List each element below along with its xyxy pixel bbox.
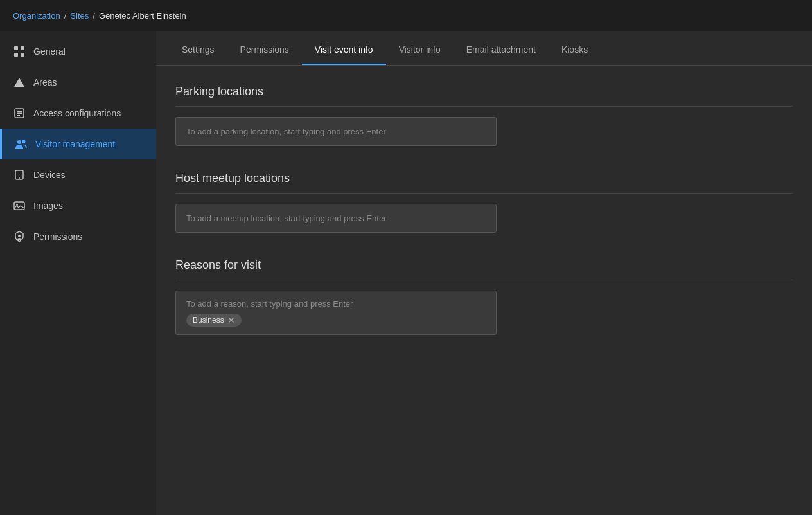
meetup-divider — [175, 193, 793, 194]
parking-divider — [175, 106, 793, 107]
main-content: Parking locations To add a parking locat… — [156, 66, 812, 515]
tag-business: Business ✕ — [186, 314, 242, 327]
sidebar-item-devices[interactable]: Devices — [0, 159, 156, 190]
breadcrumb-sep2: / — [93, 11, 95, 21]
images-icon — [13, 199, 26, 212]
svg-rect-7 — [17, 113, 22, 114]
reasons-input-placeholder: To add a reason, start typing and press … — [186, 299, 486, 309]
svg-rect-3 — [21, 53, 24, 57]
svg-rect-6 — [17, 111, 22, 113]
tab-kiosks[interactable]: Kiosks — [549, 35, 601, 65]
parking-locations-title: Parking locations — [175, 85, 793, 98]
svg-point-15 — [18, 235, 21, 237]
svg-marker-4 — [14, 78, 24, 87]
svg-point-12 — [19, 177, 20, 179]
reasons-title: Reasons for visit — [175, 258, 793, 272]
tab-visitor-info[interactable]: Visitor info — [386, 35, 454, 65]
reasons-divider — [175, 280, 793, 280]
tab-settings[interactable]: Settings — [169, 35, 227, 65]
tab-email-attachment[interactable]: Email attachment — [454, 35, 549, 65]
tag-business-label: Business — [193, 316, 224, 325]
tab-visit-event-info[interactable]: Visit event info — [302, 35, 386, 65]
breadcrumb: Organization / Sites / Genetec Albert Ei… — [13, 11, 186, 21]
sidebar-item-general[interactable]: General — [0, 36, 156, 67]
access-icon — [13, 107, 26, 120]
tab-permissions[interactable]: Permissions — [227, 35, 302, 65]
svg-rect-13 — [14, 202, 24, 210]
reasons-field[interactable]: To add a reason, start typing and press … — [175, 291, 497, 335]
svg-rect-2 — [14, 53, 18, 57]
areas-icon — [13, 76, 26, 89]
svg-point-9 — [17, 140, 21, 144]
sidebar-label-permissions: Permissions — [33, 231, 82, 242]
sidebar-item-images[interactable]: Images — [0, 190, 156, 221]
svg-point-10 — [22, 140, 26, 143]
visitor-icon — [15, 138, 28, 150]
grid-icon — [13, 45, 26, 58]
breadcrumb-sep1: / — [64, 11, 67, 21]
sidebar-item-permissions[interactable]: Permissions — [0, 221, 156, 252]
parking-locations-section: Parking locations To add a parking locat… — [175, 85, 793, 146]
breadcrumb-current: Genetec Albert Einstein — [99, 11, 186, 21]
sidebar-label-areas: Areas — [33, 77, 57, 87]
parking-input[interactable]: To add a parking location, start typing … — [175, 117, 497, 146]
devices-icon — [13, 168, 26, 181]
meetup-locations-section: Host meetup locations To add a meetup lo… — [175, 172, 793, 233]
svg-rect-0 — [14, 46, 18, 50]
sidebar-item-areas[interactable]: Areas — [0, 67, 156, 98]
breadcrumb-sites[interactable]: Sites — [70, 11, 89, 21]
permissions-icon — [13, 230, 26, 243]
tag-business-remove[interactable]: ✕ — [227, 316, 235, 325]
sidebar-item-access-configurations[interactable]: Access configurations — [0, 98, 156, 129]
meetup-input[interactable]: To add a meetup location, start typing a… — [175, 204, 497, 233]
svg-point-14 — [16, 204, 18, 206]
sidebar-label-access-configurations: Access configurations — [33, 108, 121, 118]
tab-bar: Settings Permissions Visit event info Vi… — [156, 31, 812, 66]
topbar: Organization / Sites / Genetec Albert Ei… — [0, 0, 812, 31]
meetup-locations-title: Host meetup locations — [175, 172, 793, 185]
reasons-section: Reasons for visit To add a reason, start… — [175, 258, 793, 335]
reasons-tags: Business ✕ — [186, 314, 486, 327]
sidebar-label-general: General — [33, 46, 66, 57]
sidebar-label-images: Images — [33, 201, 63, 211]
sidebar-item-visitor-management[interactable]: Visitor management — [0, 129, 156, 159]
svg-rect-1 — [21, 46, 24, 50]
sidebar-label-devices: Devices — [33, 170, 66, 180]
svg-rect-8 — [17, 115, 20, 116]
breadcrumb-org[interactable]: Organization — [13, 11, 60, 21]
sidebar-label-visitor-management: Visitor management — [35, 139, 115, 149]
sidebar: General Areas Access configurations — [0, 31, 156, 515]
